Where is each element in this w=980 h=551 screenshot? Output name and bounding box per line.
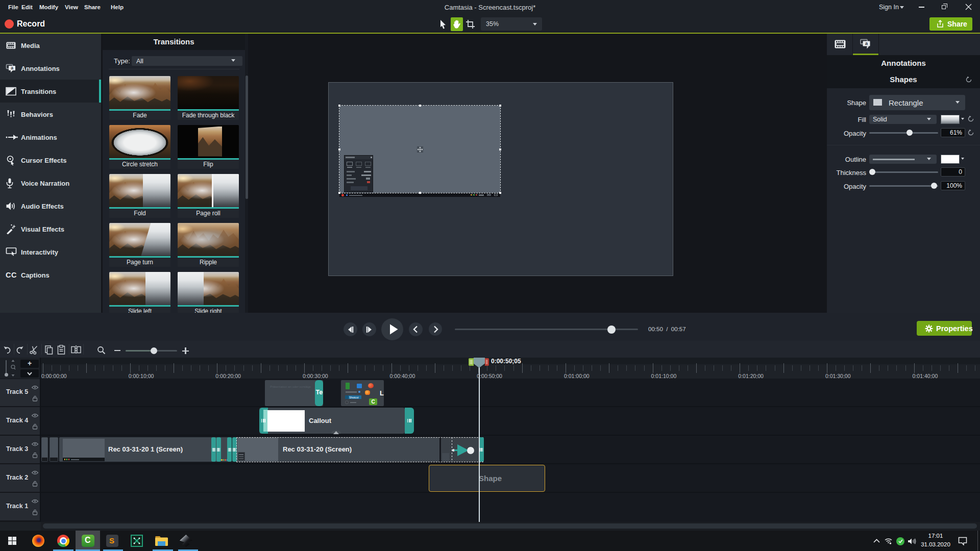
svg-text:a: a: [11, 65, 13, 70]
svg-text:CC: CC: [6, 271, 17, 279]
svg-text:a: a: [865, 40, 868, 46]
